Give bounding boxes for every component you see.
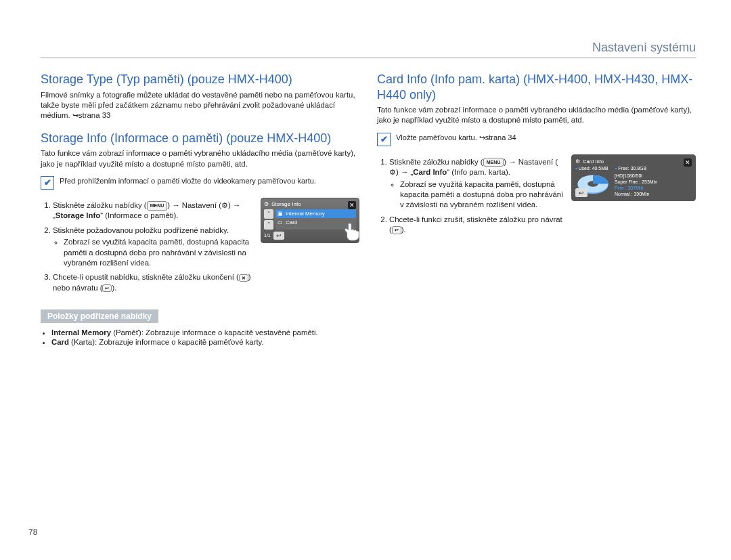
heading-storage-info: Storage Info (Informace o paměti) (pouze… [41,131,359,146]
right-column: Card Info (Info pam. karta) (HMX-H400, H… [377,68,696,349]
ordered-steps-left: Stiskněte záložku nabídky (MENU) → Nasta… [41,200,254,297]
pointer-hand-icon [342,221,363,242]
heading-card-info: Card Info (Info pam. karta) (HMX-H400, H… [377,72,696,102]
submenu-items: Internal Memory (Paměť): Zobrazuje infor… [41,328,359,346]
note-text: Vložte paměťovou kartu. ↪strana 34 [396,133,516,143]
ordered-steps-right: Stiskněte záložku nabídky (MENU) → Nasta… [377,157,564,240]
step-1-bullet: Zobrazí se využitá kapacita paměti, dost… [400,179,564,211]
step-1: Stiskněte záložku nabídky (MENU) → Nasta… [389,157,564,211]
note-text: Před prohlížením informací o paměti vlož… [60,176,316,186]
screen-title-row: ⚙ Storage Info [264,201,356,207]
card-stats: • Used: 40.5MB • Free: 30.8GB [575,166,692,171]
step-2-bullet: Zobrazí se využitá kapacita paměti, dost… [64,237,254,268]
screen-title: Storage Info [271,201,301,207]
steps-with-figure-right: Stiskněte záložku nabídky (MENU) → Nasta… [377,154,696,242]
menu-icon: MENU [147,201,168,210]
mode: [HD]1080/50i [615,173,657,179]
check-note-icon: ✔ [377,133,391,146]
submenu-item-internal-memory: Internal Memory (Paměť): Zobrazuje infor… [51,328,359,337]
menu-icon: MENU [483,158,504,167]
close-icon: ✕ [239,274,248,282]
return-icon[interactable]: ↩ [575,188,588,197]
two-column-layout: Storage Type (Typ paměti) (pouze HMX-H40… [41,68,696,349]
submenu-item-card: Card (Karta): Zobrazuje informace o kapa… [51,338,359,346]
chip-icon: ▣ [278,211,283,217]
note-row: ✔ Před prohlížením informací o paměti vl… [41,176,359,190]
return-icon: ↩ [392,226,401,234]
card-icon: ▭ [278,219,283,225]
heading-storage-type: Storage Type (Typ paměti) (pouze HMX-H40… [41,72,359,87]
close-icon[interactable]: ✕ [684,158,692,167]
storage-info-screen: ⚙ Storage Info ✕ ˄ ˅ ▣ Internal Memory [261,198,359,243]
return-icon[interactable]: ↩ [273,232,284,240]
paragraph-card-info: Tato funkce vám zobrazí informace o pamě… [377,105,696,126]
screen-title: Card Info [583,158,604,165]
pager: 1/1 [264,233,271,238]
screen-title-row: ⚙ Card Info [575,158,692,165]
check-note-icon: ✔ [41,176,54,190]
quality-table: [HD]1080/50i Super Fine : 253Min Fine : … [615,173,657,197]
page-number: 78 [28,527,37,537]
page: Nastavení systému Storage Type (Typ pamě… [0,0,731,560]
gear-icon: ⚙ [264,201,269,207]
up-arrow-button[interactable]: ˄ [264,209,273,219]
step-2: Chcete-li funkci zrušit, stiskněte zálož… [389,215,564,236]
card-info-screen: ⚙ Card Info ✕ • Used: 40.5MB • Free: 30.… [571,154,696,201]
gear-icon: ⚙ [575,158,580,165]
list-item-internal-memory[interactable]: ▣ Internal Memory [275,209,356,218]
note-row: ✔ Vložte paměťovou kartu. ↪strana 34 [377,133,696,146]
left-column: Storage Type (Typ paměti) (pouze HMX-H40… [41,68,359,349]
step-1: Stiskněte záložku nabídky (MENU) → Nasta… [53,200,254,221]
down-arrow-button[interactable]: ˅ [264,220,273,230]
steps-with-figure: Stiskněte záložku nabídky (MENU) → Nasta… [41,198,359,300]
gear-icon: ⚙ [221,200,228,211]
page-header: Nastavení systému [41,41,696,58]
gear-icon: ⚙ [389,167,396,177]
close-icon[interactable]: ✕ [348,201,356,209]
submenu-heading: Položky podřízené nabídky [41,309,158,323]
step-2: Stiskněte požadovanou položku podřízené … [53,225,254,269]
return-icon: ↩ [102,284,112,292]
paragraph-storage-info: Tato funkce vám zobrazí informace o pamě… [41,148,359,169]
paragraph-storage-type: Filmové snímky a fotografie můžete uklád… [41,90,359,121]
step-3: Chcete-li opustit nabídku, stiskněte zál… [53,272,254,293]
